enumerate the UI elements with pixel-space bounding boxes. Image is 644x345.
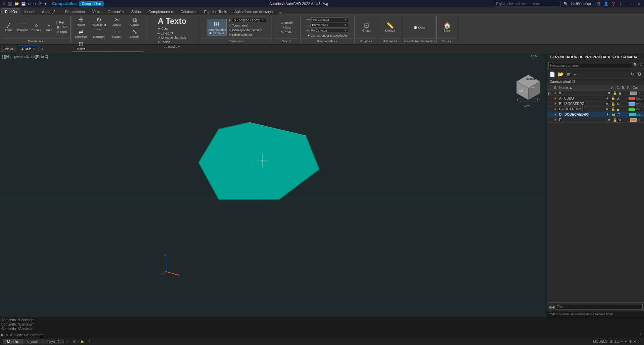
btn-esticar[interactable]: ↔Esticar: [108, 28, 126, 40]
qat-open[interactable]: 📂: [14, 2, 19, 6]
add-layout-btn[interactable]: +: [64, 339, 70, 344]
share-button[interactable]: Compartilhar: [52, 1, 77, 6]
prop-layer-dropdown[interactable]: PorCamada▼: [311, 17, 348, 22]
btn-correspond-camada[interactable]: ✦ Corresponder camada: [228, 28, 266, 32]
layer-0-plot[interactable]: 🖨: [618, 91, 624, 95]
layer-c-color[interactable]: [629, 108, 635, 111]
tab-aplicativos[interactable]: Aplicativos em destaque: [231, 8, 278, 15]
btn-mover[interactable]: ✛Mover: [72, 16, 90, 27]
tab-complementos[interactable]: Complementos: [145, 8, 177, 15]
tab-vista[interactable]: Vista: [89, 8, 104, 15]
btn-hachura[interactable]: ▦ Hach.: [56, 25, 69, 29]
btn-editar-atributos[interactable]: ✎ Editar atributos: [228, 33, 266, 37]
search-icon-layer[interactable]: 🔍: [633, 63, 638, 68]
layer-row-0[interactable]: ▷ ☀ 0 ❄ 🔓 🖨 br...: [547, 91, 644, 96]
btn-linha-chamada[interactable]: ↗ Linha de chamada: [157, 36, 187, 40]
command-input[interactable]: [14, 333, 638, 337]
qat-save[interactable]: 💾: [21, 2, 26, 6]
qat-extra[interactable]: ▼: [44, 2, 47, 6]
btn-circulo[interactable]: ○ Círculo: [30, 22, 43, 33]
set-current-btn[interactable]: ✓: [573, 71, 579, 77]
qat-redo[interactable]: ↪: [33, 2, 36, 6]
ui-toggle[interactable]: ≡: [634, 340, 636, 343]
btn-espelhar[interactable]: ⇌Espelhar: [72, 28, 90, 40]
collapse-btn[interactable]: ◀◀: [548, 305, 554, 309]
cmd-resize[interactable]: ⋮: [639, 333, 643, 337]
btn-tornar-atual[interactable]: ✓ Tornar atual: [228, 23, 266, 27]
zoom-in[interactable]: +: [621, 340, 623, 343]
tab-layout2[interactable]: Layout2: [43, 339, 64, 344]
ribbon-more[interactable]: ≡: [279, 10, 281, 14]
dropdown-linear[interactable]: ─ Linear ▾: [157, 31, 173, 35]
btn-propriedades-camada[interactable]: ⊞ Propriedades da camada: [207, 19, 227, 36]
layer-a-plot[interactable]: 🖨: [616, 97, 622, 100]
layer-a-lock[interactable]: 🔓: [611, 97, 616, 100]
tab-modelo[interactable]: Modelo: [3, 339, 22, 344]
new-layer-vp-btn[interactable]: 📂: [557, 71, 565, 77]
layer-d-plot[interactable]: 🖨: [617, 113, 622, 116]
btn-base[interactable]: 🏠 Base: [441, 22, 453, 33]
btn-cota[interactable]: ⊢ Cota: [157, 26, 169, 31]
qat-undo[interactable]: ↩: [28, 2, 31, 6]
btn-linha[interactable]: ╱ Linha: [3, 22, 15, 33]
layer-e-plot[interactable]: 🖨: [618, 118, 624, 122]
tab-parametrico[interactable]: Paramétrico: [61, 8, 89, 15]
tab-layout1[interactable]: Layout1: [22, 339, 43, 344]
layer-e-freeze[interactable]: ❄: [607, 118, 613, 122]
layer-row-c[interactable]: ☀ C - OCTAEDRO ❄ 🔓 🖨 ver...: [547, 107, 644, 112]
btn-matriz[interactable]: ⊞Matriz: [72, 40, 90, 52]
tab-gerenciar[interactable]: Gerenciar: [104, 8, 127, 15]
btn-aparar[interactable]: ✂Aparar: [108, 16, 126, 27]
refresh-btn[interactable]: ↻: [630, 71, 636, 77]
btn-rotacionar[interactable]: ↻Rotacionar: [90, 16, 108, 27]
layer-d-freeze[interactable]: ❄: [606, 113, 611, 116]
layer-a-freeze[interactable]: ❄: [606, 97, 611, 100]
layer-0-freeze[interactable]: ❄: [607, 91, 613, 95]
delete-layer-btn[interactable]: 🗑: [565, 71, 572, 77]
layer-b-lock[interactable]: 🔓: [611, 102, 616, 106]
btn-colar[interactable]: 📋 Colar: [413, 25, 426, 30]
vp-minimize-btn[interactable]: −: [529, 54, 531, 58]
tab-saida[interactable]: Saída: [127, 8, 145, 15]
qat-print[interactable]: 🖨: [38, 2, 42, 6]
btn-corresponder-prop[interactable]: ✦ Corresponder propriedades: [307, 34, 348, 38]
layer-0-lock[interactable]: 🔓: [613, 91, 618, 95]
tab-aula3[interactable]: Aula3* ✕: [18, 46, 39, 52]
btn-arco[interactable]: ⌢ Arco: [43, 22, 55, 33]
btn-elipse[interactable]: ⬭ Eliph.: [56, 30, 69, 34]
btn-editar[interactable]: ✎ Editar: [280, 30, 293, 34]
tab-close-aula3[interactable]: ✕: [33, 48, 35, 51]
win-close[interactable]: ✕: [637, 1, 641, 6]
prop-linetype-dropdown[interactable]: PorCamada▼: [310, 23, 348, 27]
layer-row-b[interactable]: ☀ B - ISOCAEDRO ❄ 🔓 🖨 am...: [547, 101, 644, 107]
layer-row-d[interactable]: ☀ D - DODECAEDRO ❄ 🔓 🖨 cia...: [547, 112, 644, 117]
tab-inserir[interactable]: Inserir: [20, 8, 38, 15]
name-col-header[interactable]: Nome ▲: [559, 86, 611, 90]
layer-a-color[interactable]: [629, 97, 635, 100]
btn-escala[interactable]: ⤡Escala: [126, 28, 144, 40]
layer-e-lock[interactable]: 🔓: [613, 118, 618, 122]
win-maximize[interactable]: □: [631, 1, 635, 6]
btn-texto[interactable]: A Texto: [157, 16, 187, 26]
layer-b-plot[interactable]: 🖨: [616, 102, 622, 106]
store-icon[interactable]: 🛒: [596, 2, 601, 6]
prop-lineweight-dropdown[interactable]: PorCamada▼: [309, 28, 348, 33]
layer-row-e[interactable]: ☀ E ❄ 🔓 🖨 br...: [547, 117, 644, 123]
new-layer-btn[interactable]: 📄: [548, 71, 556, 77]
btn-concord[interactable]: ⌒Concord: [90, 28, 108, 40]
layer-d-lock[interactable]: 🔓: [611, 113, 617, 116]
filter-input[interactable]: [556, 304, 643, 310]
layer-e-color[interactable]: [630, 118, 637, 122]
layer-select[interactable]: D - DODECAEDRO ▼: [232, 18, 266, 23]
btn-copiar[interactable]: ⧉Copiar: [126, 16, 144, 27]
vp-close-btn[interactable]: ✕: [534, 54, 537, 58]
btn-criar[interactable]: + Criar: [282, 25, 292, 30]
layer-c-freeze[interactable]: ❄: [606, 107, 611, 111]
account-icon[interactable]: 👤: [604, 2, 608, 6]
share-button-btn[interactable]: Compartilhar: [79, 1, 104, 6]
layer-b-freeze[interactable]: ❄: [606, 102, 611, 106]
tab-colaborar[interactable]: Colaborar: [177, 8, 200, 15]
btn-tabela[interactable]: ⊞ Tabela: [157, 40, 171, 44]
settings-layer-btn[interactable]: ⚙: [636, 71, 643, 77]
settings-icon[interactable]: ⚙: [639, 63, 643, 68]
